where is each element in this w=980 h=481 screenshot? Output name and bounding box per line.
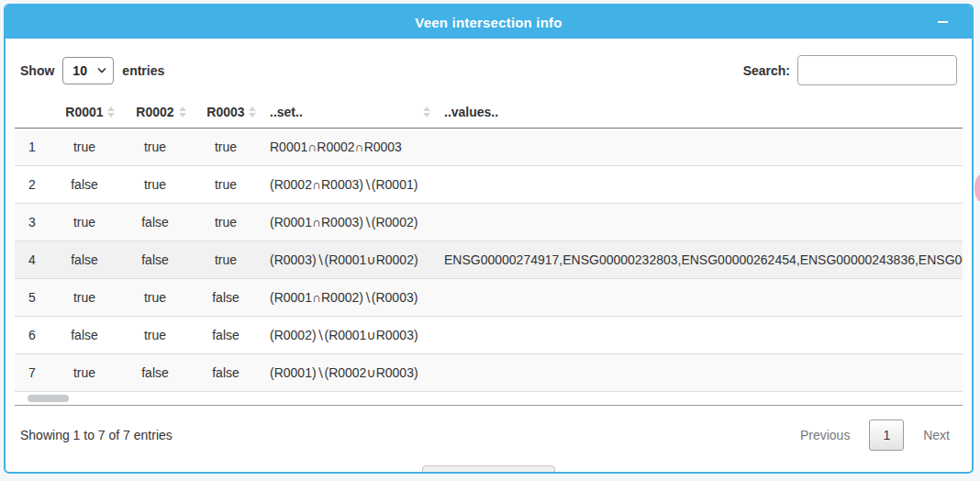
table-row[interactable]: 3 true false true (R0001∩R0003)∖(R0002) xyxy=(15,204,963,241)
header-values-label: ..values.. xyxy=(444,105,498,119)
panel-header: Veen intersection info xyxy=(6,6,972,39)
download-data-button[interactable]: Download Data xyxy=(422,465,556,474)
page-length-control: Show 10 entries xyxy=(20,57,164,84)
cell-r0002: false xyxy=(119,204,191,241)
cell-r0001: true xyxy=(50,279,119,317)
minimize-button[interactable] xyxy=(933,6,952,39)
cell-values xyxy=(435,279,963,317)
cell-index: 2 xyxy=(15,166,50,204)
cell-r0003: false xyxy=(191,317,261,354)
show-label: Show xyxy=(20,63,54,78)
sort-icon xyxy=(179,106,186,117)
cell-values xyxy=(435,166,963,204)
entries-info: Showing 1 to 7 of 7 entries xyxy=(20,428,173,442)
cell-r0001: true xyxy=(50,129,119,166)
sort-icon xyxy=(423,106,430,117)
minimize-icon xyxy=(938,21,948,23)
cell-index: 6 xyxy=(15,317,50,354)
header-index xyxy=(15,96,50,129)
entries-label: entries xyxy=(122,63,164,78)
cell-r0001: false xyxy=(50,166,119,204)
next-page-button[interactable]: Next xyxy=(916,421,957,449)
download-row: Download Data xyxy=(15,454,963,474)
cell-r0003: false xyxy=(191,279,261,317)
venn-circle-fragment xyxy=(974,174,980,202)
header-r0003[interactable]: R0003 xyxy=(191,96,261,129)
table-row[interactable]: 6 false true false (R0002)∖(R0001∪R0003) xyxy=(15,317,963,354)
cell-set: (R0002)∖(R0001∪R0003) xyxy=(261,317,435,354)
header-values[interactable]: ..values.. xyxy=(435,96,963,129)
cell-r0002: true xyxy=(119,166,191,204)
cell-values xyxy=(435,354,963,392)
cell-index: 5 xyxy=(15,279,50,317)
page-length-value: 10 xyxy=(72,63,87,78)
cell-r0003: false xyxy=(191,354,261,392)
cell-index: 1 xyxy=(15,129,50,166)
chevron-down-icon xyxy=(97,67,106,73)
sort-icon xyxy=(249,106,256,117)
cell-r0003: true xyxy=(191,241,261,279)
header-set[interactable]: ..set.. xyxy=(261,96,435,129)
panel-title: Veen intersection info xyxy=(415,15,562,30)
cell-set: (R0003)∖(R0001∪R0002) xyxy=(261,241,435,279)
cell-r0002: true xyxy=(119,317,191,354)
table-row[interactable]: 2 false true true (R0002∩R0003)∖(R0001) xyxy=(15,166,963,204)
cell-index: 7 xyxy=(15,354,50,392)
previous-page-button[interactable]: Previous xyxy=(793,421,857,449)
pagination: Previous 1 Next xyxy=(793,419,957,451)
cell-values xyxy=(435,129,963,166)
header-set-label: ..set.. xyxy=(270,105,303,119)
search-input[interactable] xyxy=(797,55,957,85)
cell-r0002: false xyxy=(119,241,191,279)
cell-values xyxy=(435,204,963,241)
horizontal-scrollbar-thumb[interactable] xyxy=(28,395,69,402)
cell-values xyxy=(435,317,963,354)
cell-set: (R0001∩R0002)∖(R0003) xyxy=(261,279,435,317)
search-label: Search: xyxy=(743,63,790,78)
cell-r0002: true xyxy=(119,129,191,166)
table-controls: Show 10 entries Search: xyxy=(15,48,963,96)
sort-icon xyxy=(107,106,115,117)
intersection-table: R0001 R0002 R0003 ..set.. ..values.. 1 xyxy=(15,96,963,392)
cell-index: 4 xyxy=(15,241,50,279)
table-header-row: R0001 R0002 R0003 ..set.. ..values.. xyxy=(15,96,963,129)
cell-r0001: false xyxy=(50,317,119,354)
search-control: Search: xyxy=(743,55,957,85)
header-r0001-label: R0001 xyxy=(65,105,103,119)
data-table-wrapper: R0001 R0002 R0003 ..set.. ..values.. 1 xyxy=(15,96,963,406)
venn-intersection-info-panel: Veen intersection info Show 10 entries S… xyxy=(4,4,974,474)
cell-values: ENSG00000274917,ENSG00000232803,ENSG0000… xyxy=(435,241,963,279)
table-row[interactable]: 5 true true false (R0001∩R0002)∖(R0003) xyxy=(15,279,963,317)
table-row[interactable]: 1 true true true R0001∩R0002∩R0003 xyxy=(15,129,963,166)
header-r0002-label: R0002 xyxy=(136,105,173,119)
cell-r0002: true xyxy=(119,279,191,317)
cell-r0003: true xyxy=(191,204,261,241)
table-row[interactable]: 7 true false false (R0001)∖(R0002∪R0003) xyxy=(15,354,963,392)
header-r0002[interactable]: R0002 xyxy=(119,96,191,129)
cell-r0001: false xyxy=(50,241,119,279)
header-r0003-label: R0003 xyxy=(206,105,244,119)
page-length-select[interactable]: 10 xyxy=(62,57,114,84)
cell-set: R0001∩R0002∩R0003 xyxy=(261,129,435,166)
horizontal-scrollbar[interactable] xyxy=(15,392,963,405)
panel-body: Show 10 entries Search: xyxy=(6,39,972,474)
cell-set: (R0001)∖(R0002∪R0003) xyxy=(261,354,435,392)
cell-r0003: true xyxy=(191,166,261,204)
table-footer: Showing 1 to 7 of 7 entries Previous 1 N… xyxy=(15,406,963,454)
cell-r0002: false xyxy=(119,354,191,392)
cell-r0001: true xyxy=(50,354,119,392)
current-page-button[interactable]: 1 xyxy=(869,419,904,451)
cell-index: 3 xyxy=(15,204,50,241)
cell-r0003: true xyxy=(191,129,261,166)
table-row[interactable]: 4 false false true (R0003)∖(R0001∪R0002)… xyxy=(15,241,963,279)
cell-r0001: true xyxy=(50,204,119,241)
cell-set: (R0001∩R0003)∖(R0002) xyxy=(261,204,435,241)
cell-set: (R0002∩R0003)∖(R0001) xyxy=(261,166,435,204)
header-r0001[interactable]: R0001 xyxy=(50,96,119,129)
